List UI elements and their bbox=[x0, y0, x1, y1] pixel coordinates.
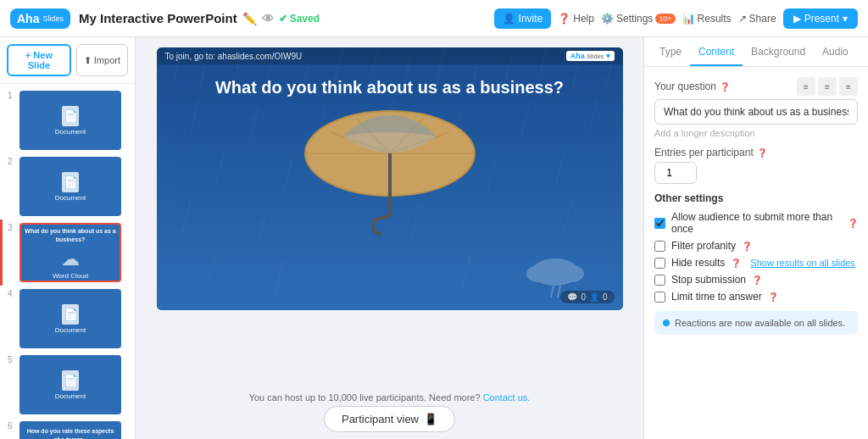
checkbox-input-allow_multiple[interactable] bbox=[654, 218, 665, 229]
share-button[interactable]: ↗ Share bbox=[738, 13, 776, 25]
slide-list: 1 📄Document 2 📄Document 3 What do you th… bbox=[0, 84, 135, 439]
svg-line-39 bbox=[551, 286, 554, 297]
svg-line-29 bbox=[259, 208, 267, 242]
slide-item-0[interactable]: 1 📄Document bbox=[0, 87, 135, 153]
tab-background[interactable]: Background bbox=[743, 37, 814, 66]
checkbox-input-limit_time[interactable] bbox=[654, 292, 665, 303]
checkbox-allow_multiple: Allow audience to submit more than once … bbox=[654, 211, 858, 235]
help-icon-allow_multiple: ❓ bbox=[848, 219, 858, 228]
tab-type[interactable]: Type bbox=[651, 37, 690, 66]
slide-num: 2 bbox=[8, 157, 16, 166]
edit-icon[interactable]: ✏️ bbox=[242, 12, 257, 25]
present-dropdown-icon: ▾ bbox=[843, 13, 848, 25]
new-slide-button[interactable]: + New Slide bbox=[7, 44, 71, 76]
present-button[interactable]: ▶ Present ▾ bbox=[783, 8, 858, 29]
checkbox-label: Filter profanity bbox=[671, 240, 736, 252]
doc-icon: 📄 bbox=[62, 370, 79, 391]
question-input[interactable] bbox=[654, 99, 858, 125]
slide-item-4[interactable]: 5 📄Document bbox=[0, 352, 135, 418]
tab-content[interactable]: Content bbox=[690, 37, 743, 66]
svg-line-20 bbox=[521, 103, 530, 136]
import-button[interactable]: ⬆ Import bbox=[76, 44, 128, 76]
main-layout: + New Slide ⬆ Import 1 📄Document 2 📄Docu… bbox=[0, 37, 868, 439]
wordcloud-icon: ☁ bbox=[61, 248, 80, 270]
results-icon: 📊 bbox=[682, 13, 695, 25]
slide-thumb: 📄Document bbox=[19, 91, 121, 150]
view-icon[interactable]: 👁 bbox=[262, 12, 274, 25]
checkbox-input-hide_results[interactable] bbox=[654, 258, 665, 269]
help-button[interactable]: ❓ Help bbox=[558, 13, 594, 25]
svg-point-38 bbox=[560, 265, 584, 282]
slide-item-5[interactable]: 6 How do you rate these aspects of a buy… bbox=[0, 418, 135, 439]
svg-line-23 bbox=[284, 158, 292, 192]
align-left-button[interactable]: ≡ bbox=[797, 77, 815, 96]
panel-tabs: TypeContentBackgroundAudio bbox=[644, 37, 868, 67]
slide-num: 1 bbox=[8, 91, 16, 100]
align-buttons: ≡ ≡ ≡ bbox=[797, 77, 858, 96]
align-right-button[interactable]: ≡ bbox=[839, 77, 858, 96]
svg-line-31 bbox=[564, 200, 572, 234]
participant-view-button[interactable]: Participant view 📱 bbox=[324, 406, 455, 432]
svg-line-34 bbox=[462, 255, 470, 289]
panel-body: Your question ❓ ≡ ≡ ≡ Add a longer descr… bbox=[644, 67, 868, 439]
svg-line-22 bbox=[216, 149, 225, 183]
header-actions: 👤 Invite ❓ Help ⚙️ Settings 10+ 📊 Result… bbox=[494, 8, 858, 29]
show-results-link[interactable]: Show results on all slides bbox=[750, 258, 855, 268]
aha-badge: Aha Slides ▾ bbox=[566, 51, 615, 61]
slide-num: 3 bbox=[8, 223, 16, 232]
import-icon: ⬆ bbox=[84, 55, 92, 66]
slide-item-1[interactable]: 2 📄Document bbox=[0, 153, 135, 220]
right-panel: TypeContentBackgroundAudio Your question… bbox=[643, 37, 868, 439]
slide-num: 4 bbox=[8, 289, 16, 298]
slide-num: 5 bbox=[8, 355, 16, 364]
logo: Aha Slides bbox=[10, 8, 70, 29]
question-help-icon: ❓ bbox=[720, 82, 730, 92]
share-icon: ↗ bbox=[738, 13, 747, 25]
checkbox-label: Stop submission bbox=[671, 274, 746, 286]
umbrella-illustration bbox=[297, 94, 483, 238]
align-center-button[interactable]: ≡ bbox=[818, 77, 837, 96]
svg-line-40 bbox=[558, 286, 560, 297]
svg-point-37 bbox=[526, 265, 550, 282]
svg-line-35 bbox=[530, 251, 538, 285]
slide-question: What do you think about us as a business… bbox=[181, 64, 598, 104]
svg-line-33 bbox=[275, 259, 284, 293]
settings-badge: 10+ bbox=[655, 14, 675, 24]
help-icon-hide_results: ❓ bbox=[731, 258, 741, 268]
response-icon: 💬 bbox=[567, 292, 577, 302]
entries-input[interactable] bbox=[654, 162, 697, 184]
header: Aha Slides My Interactive PowerPoint ✏️ … bbox=[0, 0, 868, 37]
your-question-label: Your question ❓ ≡ ≡ ≡ bbox=[654, 77, 858, 96]
checkbox-input-stop_submission[interactable] bbox=[654, 275, 665, 286]
slide-top-bar: To join, go to: ahaslides.com/OIW9U Aha … bbox=[157, 47, 623, 64]
logo-text: Aha bbox=[17, 12, 39, 25]
info-strip: You can host up to 10,000 live participa… bbox=[136, 387, 643, 406]
checkbox-filter_profanity: Filter profanity ❓ bbox=[654, 240, 858, 252]
svg-line-16 bbox=[250, 107, 259, 141]
doc-icon: 📄 bbox=[62, 106, 79, 126]
question-input-wrap bbox=[654, 99, 858, 125]
slide-item-3[interactable]: 4 📄Document bbox=[0, 286, 135, 352]
svg-line-26 bbox=[487, 158, 496, 192]
help-icon-filter_profanity: ❓ bbox=[742, 242, 752, 251]
play-icon: ▶ bbox=[793, 13, 801, 25]
participant-icon: 👤 bbox=[589, 292, 599, 302]
tab-audio[interactable]: Audio bbox=[814, 37, 857, 66]
slide-bottom-bar: 💬 0 👤 0 bbox=[560, 291, 614, 303]
svg-line-32 bbox=[208, 251, 216, 285]
slide-thumb: 📄Document bbox=[19, 157, 121, 216]
slide-preview-area: To join, go to: ahaslides.com/OIW9U Aha … bbox=[136, 37, 643, 387]
svg-line-28 bbox=[182, 200, 191, 234]
slide-item-2[interactable]: 3 What do you think about us as a busine… bbox=[0, 220, 135, 286]
invite-button[interactable]: 👤 Invite bbox=[494, 8, 551, 29]
slide-thumb: 📄Document bbox=[19, 289, 121, 348]
join-text: To join, go to: ahaslides.com/OIW9U bbox=[165, 52, 303, 61]
slide-canvas: To join, go to: ahaslides.com/OIW9U Aha … bbox=[157, 47, 623, 310]
checkbox-label: Hide results bbox=[671, 257, 725, 269]
add-description-link[interactable]: Add a longer description bbox=[654, 128, 858, 138]
results-button[interactable]: 📊 Results bbox=[682, 13, 732, 25]
settings-button[interactable]: ⚙️ Settings 10+ bbox=[601, 13, 676, 25]
checkbox-hide_results: Hide results ❓ Show results on all slide… bbox=[654, 257, 858, 269]
contact-us-link[interactable]: Contact us. bbox=[483, 392, 531, 403]
checkbox-input-filter_profanity[interactable] bbox=[654, 241, 665, 252]
